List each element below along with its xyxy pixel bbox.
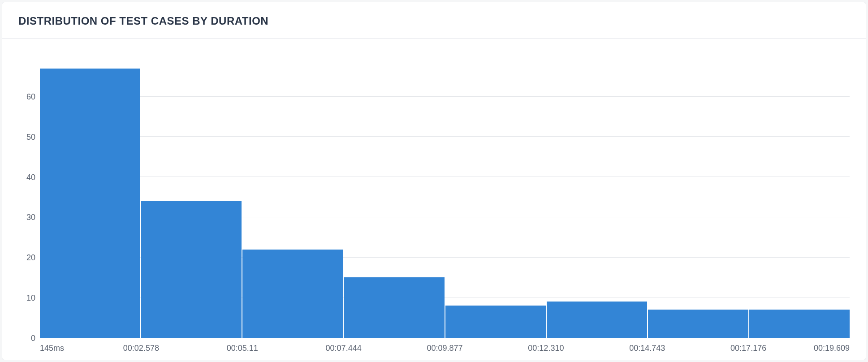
bar-slot — [141, 56, 242, 338]
bar-slot — [344, 56, 445, 338]
y-tick: 60 — [26, 92, 35, 101]
x-tick-label: 00:17.176 — [730, 344, 766, 353]
x-tick-label: 00:02.578 — [123, 344, 159, 353]
x-tick-label: 00:09.877 — [427, 344, 462, 353]
chart-body: 0102030405060 — [18, 56, 850, 338]
histogram-bar[interactable] — [40, 69, 140, 338]
y-tick: 10 — [26, 293, 35, 303]
bar-slot — [749, 56, 850, 338]
plot-area — [40, 56, 850, 338]
x-tick-label: 00:12.310 — [528, 344, 564, 353]
x-tick-label: 00:19.609 — [814, 344, 850, 353]
bar-slot — [445, 56, 547, 338]
histogram-bar[interactable] — [242, 250, 343, 338]
x-tick-label: 00:14.743 — [629, 344, 665, 353]
y-tick: 50 — [26, 132, 35, 142]
bars-container — [40, 56, 850, 338]
histogram-bar[interactable] — [547, 302, 647, 338]
chart-card: DISTRIBUTION OF TEST CASES BY DURATION 0… — [2, 2, 866, 360]
x-axis: 145ms00:02.57800:05.1100:07.44400:09.877… — [40, 338, 850, 344]
histogram-bar[interactable] — [141, 201, 242, 338]
card-title: DISTRIBUTION OF TEST CASES BY DURATION — [18, 15, 850, 27]
y-tick: 30 — [26, 213, 35, 222]
card-header: DISTRIBUTION OF TEST CASES BY DURATION — [2, 2, 866, 39]
histogram-bar[interactable] — [749, 310, 850, 338]
x-tick-label: 145ms — [40, 344, 64, 353]
bar-slot — [648, 56, 749, 338]
y-tick: 0 — [31, 334, 35, 343]
x-tick-label: 00:07.444 — [326, 344, 362, 353]
bar-slot — [547, 56, 648, 338]
y-axis: 0102030405060 — [18, 56, 40, 338]
chart-area: 0102030405060 145ms00:02.57800:05.1100:0… — [2, 39, 866, 360]
x-tick-label: 00:05.11 — [227, 344, 258, 353]
bar-slot — [242, 56, 344, 338]
y-tick: 40 — [26, 172, 35, 182]
histogram-bar[interactable] — [445, 306, 546, 338]
histogram-bar[interactable] — [648, 310, 748, 338]
histogram-bar[interactable] — [344, 277, 444, 338]
bar-slot — [40, 56, 141, 338]
y-tick: 20 — [26, 253, 35, 263]
